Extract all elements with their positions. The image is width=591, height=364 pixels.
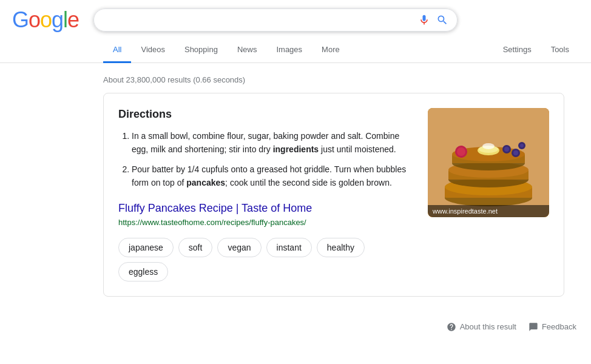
- tab-more[interactable]: More: [312, 38, 350, 63]
- bottom-bar: About this result Feedback: [0, 315, 591, 339]
- nav-right: Settings Tools: [493, 38, 579, 62]
- tab-news[interactable]: News: [228, 38, 267, 63]
- microphone-icon[interactable]: [418, 14, 430, 26]
- step1-text-after: just until moistened.: [319, 144, 396, 154]
- feedback-label: Feedback: [542, 322, 576, 331]
- nav-settings[interactable]: Settings: [493, 38, 541, 63]
- tab-images[interactable]: Images: [266, 38, 312, 63]
- logo-letter-o1: o: [29, 7, 40, 32]
- tag-vegan[interactable]: vegan: [217, 238, 261, 257]
- tag-eggless[interactable]: eggless: [118, 262, 168, 281]
- search-submit-icon[interactable]: [436, 14, 448, 26]
- tab-all[interactable]: All: [103, 38, 131, 63]
- tab-videos[interactable]: Videos: [131, 38, 175, 63]
- google-logo[interactable]: Google: [12, 9, 79, 31]
- tag-japanese[interactable]: japanese: [118, 238, 174, 257]
- result-link[interactable]: Fluffy Pancakes Recipe | Taste of Home: [118, 202, 416, 215]
- result-url[interactable]: https://www.tasteofhome.com/recipes/fluf…: [118, 218, 306, 227]
- logo-letter-g2: g: [52, 7, 63, 32]
- featured-snippet: Directions In a small bowl, combine flou…: [103, 93, 564, 297]
- nav-tools[interactable]: Tools: [541, 38, 579, 63]
- pancake-image: www.inspiredtaste.net: [428, 108, 549, 217]
- logo-letter-g: G: [12, 7, 29, 32]
- snippet-content: Directions In a small bowl, combine flou…: [118, 108, 416, 281]
- related-tags: japanese soft vegan instant healthy eggl…: [118, 238, 416, 281]
- search-icons: [418, 14, 448, 26]
- svg-point-15: [513, 150, 518, 155]
- snippet-image-container: www.inspiredtaste.net: [428, 108, 549, 281]
- tag-instant[interactable]: instant: [266, 238, 312, 257]
- logo-letter-e: e: [67, 7, 79, 32]
- search-input[interactable]: how to make fluffy pancakes: [103, 15, 418, 25]
- svg-point-17: [520, 144, 524, 147]
- directions-list: In a small bowl, combine flour, sugar, b…: [118, 129, 416, 190]
- step2-bold: pancakes: [186, 178, 225, 187]
- tag-healthy[interactable]: healthy: [317, 238, 365, 257]
- pancake-illustration: [428, 108, 549, 217]
- step1-bold: ingredients: [273, 144, 319, 154]
- feedback-item[interactable]: Feedback: [529, 322, 576, 332]
- svg-point-20: [482, 143, 495, 149]
- nav-tabs: All Videos Shopping News Images More Set…: [0, 38, 591, 63]
- about-result-label: About this result: [460, 322, 516, 331]
- tab-shopping[interactable]: Shopping: [175, 38, 228, 63]
- tag-soft[interactable]: soft: [178, 238, 213, 257]
- logo-letter-o2: o: [40, 7, 52, 32]
- about-result-item[interactable]: About this result: [447, 322, 516, 332]
- directions-step-1: In a small bowl, combine flour, sugar, b…: [132, 129, 416, 157]
- svg-point-19: [457, 147, 465, 156]
- directions-step-2: Pour batter by 1/4 cupfuls onto a grease…: [132, 163, 416, 190]
- question-icon: [447, 322, 456, 332]
- feedback-icon: [529, 322, 538, 332]
- header: Google how to make fluffy pancakes: [0, 0, 591, 32]
- image-source-label: www.inspiredtaste.net: [428, 205, 549, 217]
- svg-point-13: [504, 147, 509, 152]
- step2-text-after: ; cook until the second side is golden b…: [225, 178, 392, 187]
- snippet-title: Directions: [118, 108, 416, 121]
- search-bar: how to make fluffy pancakes: [93, 8, 458, 32]
- results-count: About 23,800,000 results (0.66 seconds): [103, 69, 579, 93]
- results-area: About 23,800,000 results (0.66 seconds) …: [0, 63, 591, 303]
